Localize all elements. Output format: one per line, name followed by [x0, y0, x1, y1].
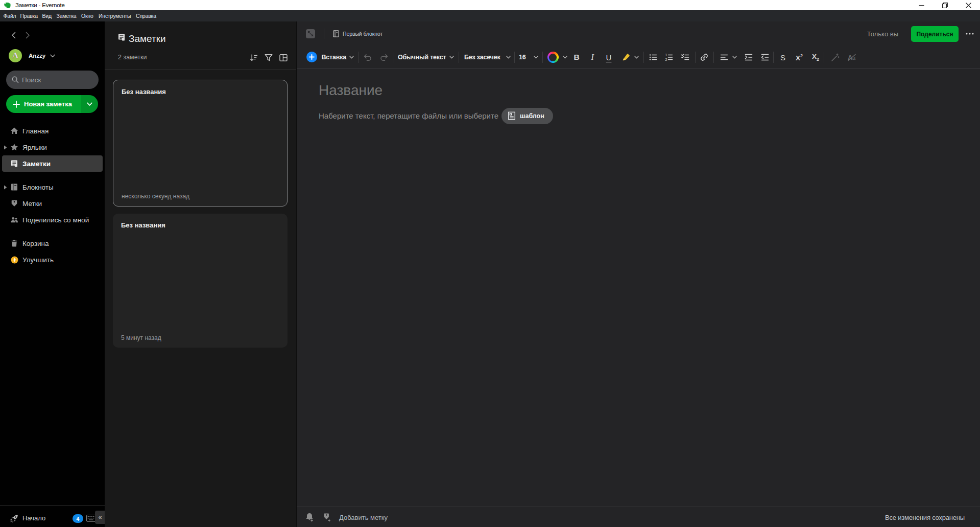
redo-button[interactable]	[377, 50, 391, 64]
note-body-placeholder: Наберите текст, перетащите файлы или выб…	[319, 111, 498, 120]
new-note-button[interactable]: Новая заметка	[6, 95, 98, 113]
chevron-down-icon[interactable]	[506, 56, 511, 59]
sidebar-item-tags[interactable]: Метки	[0, 195, 105, 212]
editor-header: Первый блокнот Только вы Поделиться	[297, 21, 980, 46]
menu-window[interactable]: Окно	[81, 10, 93, 21]
more-options-icon[interactable]	[965, 29, 975, 39]
underline-button[interactable]: U	[602, 50, 616, 64]
sidebar-footer: Начало 4 «	[0, 509, 105, 527]
window-minimize-button[interactable]	[910, 0, 933, 10]
account-switcher[interactable]: A Anzzy	[9, 49, 55, 62]
people-icon	[10, 216, 18, 224]
window-restore-button[interactable]	[933, 0, 957, 10]
share-button[interactable]: Поделиться	[911, 26, 959, 42]
add-tag-icon[interactable]	[322, 512, 332, 522]
toolbar-divider	[394, 52, 394, 63]
sort-icon[interactable]	[249, 53, 258, 62]
check-list-button[interactable]	[678, 50, 692, 64]
svg-text:1: 1	[665, 53, 667, 57]
sidebar-item-home[interactable]: Главная	[0, 123, 105, 139]
subscript-button[interactable]: X2	[808, 50, 823, 64]
menu-edit[interactable]: Правка	[20, 10, 38, 21]
trash-icon	[10, 239, 18, 247]
sidebar-item-shared[interactable]: Поделились со мной	[0, 212, 105, 228]
search-icon	[11, 76, 19, 84]
avatar: A	[9, 49, 22, 62]
numbered-list-button[interactable]: 1 2	[662, 50, 676, 64]
font-family-dropdown[interactable]: Без засечек	[464, 46, 500, 68]
header-divider	[324, 29, 324, 39]
note-card[interactable]: Без названия 5 минут назад	[113, 214, 288, 348]
chevron-down-icon[interactable]	[449, 56, 454, 59]
font-size-dropdown[interactable]: 16	[519, 46, 526, 68]
toolbar-divider	[459, 52, 459, 63]
sidebar: A Anzzy Поиск Новая заметка Главная	[0, 21, 105, 527]
expander-icon[interactable]	[4, 145, 7, 150]
paragraph-style-dropdown[interactable]: Обычный текст	[398, 46, 446, 68]
note-title-input[interactable]: Название	[319, 82, 383, 99]
expand-note-button[interactable]	[306, 29, 315, 38]
search-input[interactable]: Поиск	[6, 71, 99, 89]
italic-button[interactable]: I	[585, 50, 600, 64]
chevron-down-icon[interactable]	[534, 56, 538, 59]
layout-icon[interactable]	[279, 53, 288, 62]
undo-button[interactable]	[361, 50, 375, 64]
template-button[interactable]: шаблон	[501, 108, 553, 124]
star-icon	[10, 143, 18, 151]
search-placeholder: Поиск	[22, 76, 41, 84]
sidebar-footer-divider	[0, 505, 105, 506]
history-forward-button[interactable]	[23, 31, 32, 39]
outdent-button[interactable]	[758, 50, 772, 64]
menu-help[interactable]: Справка	[136, 10, 156, 21]
align-button[interactable]	[717, 50, 731, 64]
menu-tools[interactable]: Инструменты	[99, 10, 131, 21]
insert-icon[interactable]	[306, 52, 317, 62]
onboarding-home-label[interactable]: Начало	[22, 509, 45, 527]
menu-file[interactable]: Файл	[4, 10, 16, 21]
expander-icon[interactable]	[4, 185, 7, 190]
highlight-button[interactable]	[619, 50, 633, 64]
format-toolbar: Вставка Обычный текст Без засечек 16	[297, 46, 980, 68]
note-card[interactable]: Без названия несколько секунд назад	[113, 80, 288, 207]
evernote-logo-icon	[4, 2, 11, 9]
chevron-down-icon[interactable]	[732, 56, 737, 59]
sidebar-item-upgrade[interactable]: Улучшить	[0, 251, 105, 268]
sidebar-nav: Главная Ярлыки Заметки	[0, 123, 105, 268]
insert-label[interactable]: Вставка	[322, 46, 347, 68]
history-back-button[interactable]	[10, 31, 18, 39]
new-note-dropdown-button[interactable]	[81, 95, 98, 113]
sidebar-item-trash[interactable]: Корзина	[0, 235, 105, 251]
notebook-selector[interactable]: Первый блокнот	[333, 21, 383, 46]
chevron-down-icon	[50, 54, 55, 58]
menu-note[interactable]: Заметка	[57, 10, 77, 21]
menu-view[interactable]: Вид	[42, 10, 52, 21]
reminder-bell-icon[interactable]	[304, 512, 315, 522]
svg-text:2: 2	[665, 58, 667, 61]
notes-list-panel: Заметки 2 заметки Без названия несколько…	[105, 21, 296, 527]
ai-magic-wand-button[interactable]	[828, 50, 842, 64]
link-button[interactable]	[697, 50, 711, 64]
filter-icon[interactable]	[264, 53, 273, 62]
chevron-down-icon[interactable]	[634, 56, 639, 59]
new-note-main[interactable]: Новая заметка	[6, 95, 81, 113]
add-tag-label[interactable]: Добавить метку	[339, 514, 388, 521]
bold-button[interactable]: B	[569, 50, 584, 64]
note-body-area[interactable]: Наберите текст, перетащите файлы или выб…	[319, 107, 553, 124]
indent-button[interactable]	[742, 50, 756, 64]
sidebar-item-notebooks[interactable]: Блокноты	[0, 179, 105, 195]
superscript-button[interactable]: X2	[792, 50, 806, 64]
window-close-button[interactable]	[957, 0, 980, 10]
clear-formatting-button[interactable]: A a	[845, 50, 859, 64]
bullet-list-button[interactable]	[646, 50, 660, 64]
strikethrough-button[interactable]: S	[776, 50, 790, 64]
share-status: Только вы	[867, 21, 898, 46]
collapse-sidebar-button[interactable]: «	[95, 511, 105, 524]
menubar: Файл Правка Вид Заметка Окно Инструменты…	[0, 10, 980, 21]
sidebar-item-notes[interactable]: Заметки	[2, 155, 103, 172]
toolbar-divider	[773, 52, 774, 63]
chevron-down-icon[interactable]	[563, 56, 567, 59]
chevron-down-icon[interactable]	[349, 56, 354, 59]
notes-header-icon	[117, 33, 126, 42]
font-color-icon[interactable]	[546, 50, 560, 64]
sidebar-item-shortcuts[interactable]: Ярлыки	[0, 139, 105, 155]
